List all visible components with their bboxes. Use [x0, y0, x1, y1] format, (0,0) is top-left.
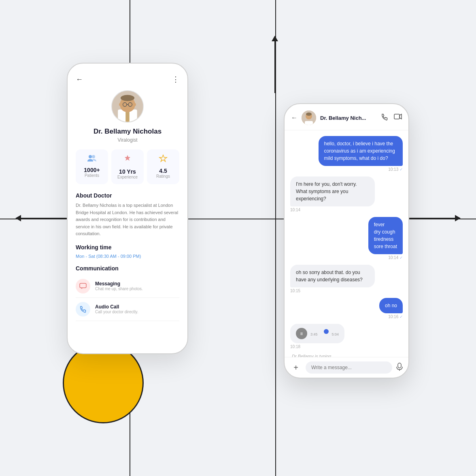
- voice-total: 5:04: [332, 332, 339, 336]
- message-1: hello, doctor, i believe i have the coro…: [290, 136, 403, 172]
- doctor-profile-phone: ← ⋮: [67, 63, 188, 354]
- doctor-specialty: Viralogist: [76, 137, 179, 143]
- experience-value: 10 Yrs: [115, 168, 140, 175]
- messaging-option[interactable]: Messaging Chat me up, share photos.: [76, 275, 179, 298]
- message-time: 10:14: [388, 255, 398, 260]
- message-time: 10:18: [290, 344, 300, 349]
- experience-icon: [115, 154, 140, 166]
- working-time-title: Working time: [76, 244, 179, 251]
- svg-point-9: [134, 103, 136, 106]
- working-time-value: Mon - Sat (08:30 AM - 09:00 PM): [76, 254, 179, 259]
- message-5: oh no 10:16 ✓: [290, 298, 403, 319]
- chat-doctor-name: Dr. Bellamy Nich...: [320, 115, 377, 121]
- back-button[interactable]: ←: [76, 75, 83, 84]
- typing-indicator: Dr Bellamy is typing...: [290, 354, 403, 357]
- about-text: Dr. Bellamy Nicholas is a top specialist…: [76, 202, 179, 238]
- patients-icon: [79, 154, 105, 164]
- about-title: About Doctor: [76, 192, 179, 199]
- message-time: 10:15: [290, 289, 300, 293]
- add-attachment-button[interactable]: +: [290, 362, 302, 373]
- voice-elapsed: 3:45: [310, 332, 318, 336]
- message-4: oh so sorry about that. do you have any …: [290, 265, 403, 293]
- svg-point-8: [119, 103, 121, 106]
- sent-bubble: oh no: [379, 298, 403, 313]
- message-2: I'm here for you, don't worry. What symp…: [290, 176, 403, 212]
- svg-point-4: [121, 95, 134, 101]
- read-receipt: ✓: [400, 314, 403, 319]
- sent-bubble: hello, doctor, i believe i have the coro…: [319, 136, 403, 166]
- chat-header: ← Dr. Bellamy Nich...: [285, 104, 408, 130]
- received-bubble: oh so sorry about that. do you have any …: [290, 265, 375, 287]
- play-pause-button[interactable]: ⏸: [296, 328, 307, 339]
- message-3: fever dry cough tiredness sore throat 10…: [290, 217, 403, 260]
- experience-stat: 10 Yrs Experience: [111, 149, 144, 184]
- svg-point-15: [306, 113, 312, 116]
- rating-icon: [150, 154, 176, 165]
- voice-message: ⏸ 3:45 5:04: [290, 324, 344, 343]
- audio-call-sublabel: Call your doctor directly.: [95, 310, 138, 314]
- read-receipt: ✓: [400, 167, 403, 172]
- stats-row: 1000+ Patients 10 Yrs Experience: [76, 149, 179, 184]
- rating-value: 4.5: [150, 168, 176, 174]
- message-time: 10:13: [388, 167, 398, 172]
- svg-rect-16: [305, 121, 313, 125]
- rating-label: Ratings: [150, 174, 176, 178]
- patients-value: 1000+: [79, 167, 105, 173]
- mic-button[interactable]: [396, 363, 403, 372]
- chat-input-area: +: [285, 357, 408, 378]
- patients-stat: 1000+ Patients: [76, 149, 108, 184]
- rating-stat: 4.5 Ratings: [147, 149, 179, 184]
- doctor-name: Dr. Bellamy Nicholas: [76, 128, 179, 136]
- chat-phone: ← Dr. Bellamy Nich...: [284, 103, 409, 378]
- svg-rect-17: [394, 114, 400, 119]
- experience-label: Experience: [115, 175, 140, 179]
- received-bubble: I'm here for you, don't worry. What symp…: [290, 176, 375, 206]
- communication-title: Communication: [76, 265, 179, 272]
- messages-area: hello, doctor, i believe i have the coro…: [285, 130, 408, 357]
- chat-avatar: [302, 110, 316, 125]
- messaging-sublabel: Chat me up, share photos.: [95, 287, 143, 291]
- chat-back-button[interactable]: ←: [291, 114, 298, 121]
- audio-call-option[interactable]: Audio Call Call your doctor directly.: [76, 298, 179, 321]
- svg-rect-12: [80, 283, 86, 288]
- message-6-voice: ⏸ 3:45 5:04 10:18: [290, 324, 403, 349]
- audio-call-label: Audio Call: [95, 304, 138, 310]
- message-input[interactable]: [306, 361, 392, 374]
- svg-point-10: [89, 155, 92, 158]
- avatar: [111, 90, 144, 123]
- message-time: 10:14: [290, 208, 300, 212]
- read-receipt: ✓: [400, 255, 403, 260]
- phone-call-icon[interactable]: [381, 113, 388, 122]
- svg-point-11: [92, 155, 95, 158]
- message-icon: [76, 279, 90, 293]
- patients-label: Patients: [79, 173, 105, 178]
- sent-bubble: fever dry cough tiredness sore throat: [368, 217, 403, 254]
- messaging-label: Messaging: [95, 281, 143, 287]
- message-time: 10:16: [388, 314, 398, 319]
- more-options-button[interactable]: ⋮: [172, 75, 179, 84]
- svg-rect-18: [398, 363, 401, 368]
- video-call-icon[interactable]: [394, 113, 402, 122]
- phone-icon: [76, 302, 90, 317]
